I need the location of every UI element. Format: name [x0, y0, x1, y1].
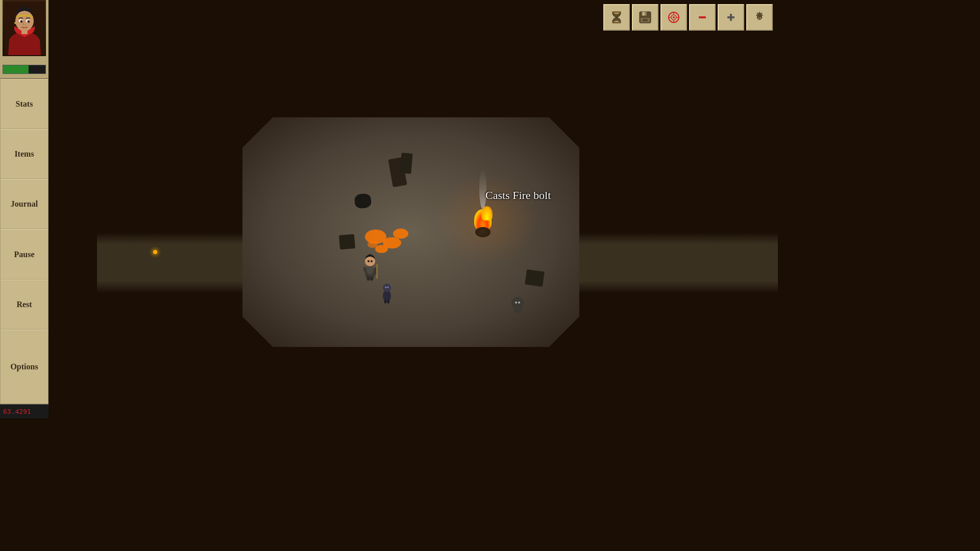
gear-icon [753, 11, 766, 24]
plus-icon [726, 12, 736, 22]
fire-blob-5 [368, 241, 378, 248]
settings-button[interactable] [746, 4, 773, 31]
crosshair-icon [667, 11, 680, 24]
svg-rect-35 [376, 264, 378, 279]
stats-button[interactable]: Stats [0, 79, 48, 129]
health-bar-container [3, 65, 46, 74]
plus-button[interactable] [718, 4, 744, 31]
rock-object-4 [339, 234, 355, 250]
character-panel [0, 0, 48, 79]
svg-rect-14 [643, 19, 648, 21]
toolbar [603, 4, 773, 31]
fire-base [475, 227, 491, 237]
enemy-character-1 [379, 281, 395, 306]
svg-point-33 [368, 260, 370, 262]
rock-object-2 [400, 153, 412, 174]
corridor-candle [153, 250, 157, 254]
svg-rect-37 [384, 300, 386, 304]
svg-rect-12 [643, 12, 645, 15]
svg-point-6 [27, 20, 30, 22]
dungeon-scene: Casts Fire bolt [48, 0, 778, 418]
character-portrait [3, 0, 46, 56]
svg-rect-24 [730, 14, 732, 21]
svg-point-39 [383, 284, 391, 292]
svg-point-43 [513, 305, 522, 313]
svg-point-40 [385, 287, 387, 288]
svg-rect-27 [367, 277, 370, 281]
hourglass-icon [609, 10, 624, 24]
minus-button[interactable] [689, 4, 716, 31]
svg-rect-28 [371, 277, 373, 281]
svg-point-17 [673, 16, 675, 18]
fire-flame-inner [481, 206, 493, 220]
target-button[interactable] [660, 4, 687, 31]
items-button[interactable]: Items [0, 129, 48, 179]
sidebar: Stats Items Journal Pause Rest Options 6… [0, 0, 48, 418]
rock-object-3 [525, 269, 545, 287]
svg-point-5 [20, 20, 22, 22]
svg-point-41 [387, 287, 389, 288]
svg-point-7 [14, 22, 16, 24]
game-viewport[interactable]: Casts Fire bolt [48, 0, 778, 418]
svg-rect-38 [387, 300, 389, 304]
fire-flame [474, 209, 492, 230]
enemy-character-2 [510, 296, 525, 316]
hourglass-button[interactable] [603, 4, 630, 31]
minus-icon [697, 12, 707, 22]
rest-button[interactable]: Rest [0, 280, 48, 330]
svg-rect-22 [699, 16, 706, 18]
smoke-effect [479, 168, 486, 209]
coordinate-display: 63.4291 [0, 404, 48, 418]
campfire [470, 207, 496, 237]
journal-button[interactable]: Journal [0, 179, 48, 229]
svg-point-45 [518, 302, 520, 304]
svg-point-34 [371, 260, 373, 262]
pause-button[interactable]: Pause [0, 229, 48, 279]
player-character [360, 250, 380, 283]
options-button[interactable]: Options [0, 330, 48, 404]
svg-point-44 [515, 302, 517, 304]
fire-blob-3 [393, 229, 408, 239]
corridor-right [577, 232, 778, 293]
save-button[interactable] [632, 4, 658, 31]
health-bar-fill [3, 65, 29, 73]
save-icon [639, 11, 652, 24]
